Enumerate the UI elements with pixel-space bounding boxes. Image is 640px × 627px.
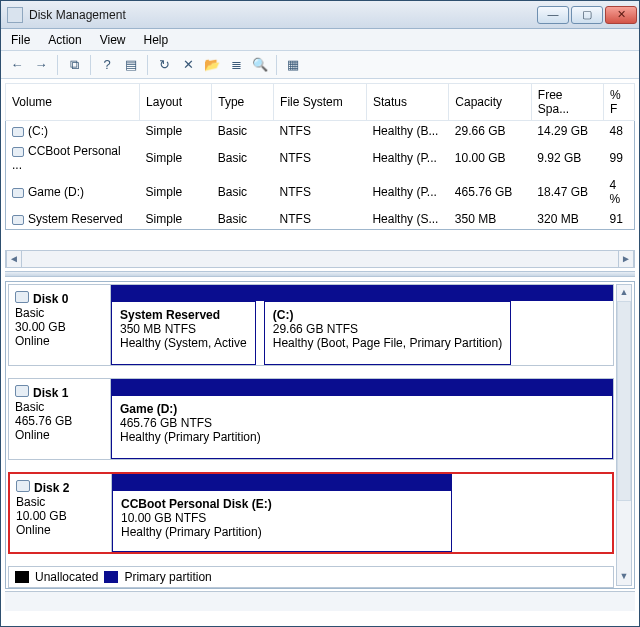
disk-size: 10.00 GB	[16, 509, 105, 523]
legend: Unallocated Primary partition	[8, 566, 614, 588]
forward-button[interactable]: →	[31, 55, 51, 75]
cell-layout: Simple	[140, 209, 212, 230]
help-button[interactable]: ?	[97, 55, 117, 75]
cell-type: Basic	[212, 141, 274, 175]
cell-fs: NTFS	[274, 121, 367, 142]
partition-title: CCBoot Personal Disk (E:)	[121, 497, 443, 511]
disk-row[interactable]: Disk 2Basic10.00 GBOnlineCCBoot Personal…	[8, 472, 614, 554]
cell-fs: NTFS	[274, 141, 367, 175]
disk-type: Basic	[16, 495, 105, 509]
menubar: File Action View Help	[1, 29, 639, 51]
disk-label: Disk 1Basic465.76 GBOnline	[9, 379, 111, 459]
table-row[interactable]: Game (D:)SimpleBasicNTFSHealthy (P...465…	[6, 175, 635, 209]
partition-status: Healthy (System, Active	[120, 336, 247, 350]
cell-capacity: 465.76 GB	[449, 175, 531, 209]
col-pct[interactable]: % F	[604, 84, 635, 121]
partition[interactable]: Game (D:)465.76 GB NTFSHealthy (Primary …	[111, 395, 613, 459]
volume-label: Game (D:)	[28, 185, 84, 199]
cell-capacity: 10.00 GB	[449, 141, 531, 175]
disk-row[interactable]: Disk 1Basic465.76 GBOnlineGame (D:)465.7…	[8, 378, 614, 460]
disk-map: Disk 0Basic30.00 GBOnlineSystem Reserved…	[5, 281, 635, 589]
back-button[interactable]: ←	[7, 55, 27, 75]
cell-type: Basic	[212, 209, 274, 230]
up-button[interactable]: ⧉	[64, 55, 84, 75]
partition-sub: 10.00 GB NTFS	[121, 511, 443, 525]
cell-volume: (C:)	[6, 121, 140, 142]
col-volume[interactable]: Volume	[6, 84, 140, 121]
delete-button[interactable]: ✕	[178, 55, 198, 75]
close-button[interactable]: ✕	[605, 6, 637, 24]
extra-button[interactable]: ▦	[283, 55, 303, 75]
window-title: Disk Management	[29, 8, 537, 22]
cell-volume: CCBoot Personal ...	[6, 141, 140, 175]
status-bar	[5, 591, 635, 611]
titlebar[interactable]: Disk Management — ▢ ✕	[1, 1, 639, 29]
disk-partitions: System Reserved350 MB NTFSHealthy (Syste…	[111, 285, 613, 365]
h-scrollbar[interactable]: ◄ ►	[5, 250, 635, 268]
scroll-left-icon[interactable]: ◄	[6, 251, 22, 267]
cell-free: 9.92 GB	[531, 141, 603, 175]
refresh-button[interactable]: ↻	[154, 55, 174, 75]
col-layout[interactable]: Layout	[140, 84, 212, 121]
cell-layout: Simple	[140, 175, 212, 209]
v-scroll-thumb[interactable]	[617, 301, 631, 501]
partition-status: Healthy (Primary Partition)	[121, 525, 443, 539]
col-type[interactable]: Type	[212, 84, 274, 121]
open-icon[interactable]: 📂	[202, 55, 222, 75]
cell-pct: 99	[604, 141, 635, 175]
partition-bar	[111, 379, 613, 395]
swatch-primary	[104, 571, 118, 583]
properties-button[interactable]: ▤	[121, 55, 141, 75]
disk-state: Online	[15, 428, 104, 442]
menu-help[interactable]: Help	[144, 33, 169, 47]
partition[interactable]: CCBoot Personal Disk (E:)10.00 GB NTFSHe…	[112, 490, 452, 552]
minimize-button[interactable]: —	[537, 6, 569, 24]
cell-capacity: 350 MB	[449, 209, 531, 230]
find-icon[interactable]: 🔍	[250, 55, 270, 75]
disk-type: Basic	[15, 306, 104, 320]
cell-pct: 4 %	[604, 175, 635, 209]
menu-file[interactable]: File	[11, 33, 30, 47]
cell-layout: Simple	[140, 141, 212, 175]
v-scrollbar[interactable]: ▲ ▼	[616, 284, 632, 586]
list-icon[interactable]: ≣	[226, 55, 246, 75]
cell-pct: 91	[604, 209, 635, 230]
disk-icon	[15, 291, 29, 303]
col-fs[interactable]: File System	[274, 84, 367, 121]
disk-icon	[16, 480, 30, 492]
menu-view[interactable]: View	[100, 33, 126, 47]
volume-label: CCBoot Personal ...	[12, 144, 121, 172]
scroll-down-icon[interactable]: ▼	[617, 569, 631, 585]
col-status[interactable]: Status	[366, 84, 448, 121]
partition-sub: 29.66 GB NTFS	[273, 322, 502, 336]
partition-sub: 350 MB NTFS	[120, 322, 247, 336]
partition-title: Game (D:)	[120, 402, 604, 416]
maximize-button[interactable]: ▢	[571, 6, 603, 24]
table-row[interactable]: CCBoot Personal ...SimpleBasicNTFSHealth…	[6, 141, 635, 175]
splitter[interactable]	[5, 271, 635, 277]
partition-bar	[112, 474, 452, 490]
col-free[interactable]: Free Spa...	[531, 84, 603, 121]
partition[interactable]: (C:)29.66 GB NTFSHealthy (Boot, Page Fil…	[264, 301, 511, 365]
table-row[interactable]: (C:)SimpleBasicNTFSHealthy (B...29.66 GB…	[6, 121, 635, 142]
toolbar-separator	[57, 55, 58, 75]
disk-row[interactable]: Disk 0Basic30.00 GBOnlineSystem Reserved…	[8, 284, 614, 366]
col-capacity[interactable]: Capacity	[449, 84, 531, 121]
menu-action[interactable]: Action	[48, 33, 81, 47]
scroll-right-icon[interactable]: ►	[618, 251, 634, 267]
cell-pct: 48	[604, 121, 635, 142]
table-row[interactable]: System ReservedSimpleBasicNTFSHealthy (S…	[6, 209, 635, 230]
cell-volume: System Reserved	[6, 209, 140, 230]
cell-type: Basic	[212, 175, 274, 209]
partition[interactable]: System Reserved350 MB NTFSHealthy (Syste…	[111, 301, 256, 365]
swatch-unallocated	[15, 571, 29, 583]
cell-fs: NTFS	[274, 175, 367, 209]
volume-icon	[12, 215, 24, 225]
cell-capacity: 29.66 GB	[449, 121, 531, 142]
toolbar: ← → ⧉ ? ▤ ↻ ✕ 📂 ≣ 🔍 ▦	[1, 51, 639, 79]
scroll-up-icon[interactable]: ▲	[617, 285, 631, 301]
legend-unallocated: Unallocated	[35, 570, 98, 584]
disk-management-window: Disk Management — ▢ ✕ File Action View H…	[0, 0, 640, 627]
disk-partitions: CCBoot Personal Disk (E:)10.00 GB NTFSHe…	[112, 474, 452, 552]
app-icon	[7, 7, 23, 23]
